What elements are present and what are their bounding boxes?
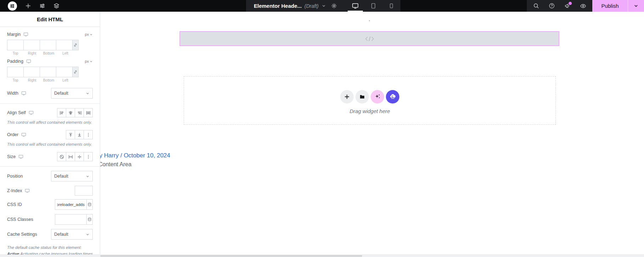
chevron-down-icon	[90, 60, 93, 63]
finder-search-button[interactable]	[530, 0, 542, 12]
padding-label: Padding	[7, 59, 23, 64]
drag-widget-hint: Drag widget here	[349, 108, 390, 114]
ai-builder-button[interactable]	[371, 90, 384, 104]
link-icon	[73, 70, 78, 74]
widget-handle-dot	[369, 20, 370, 21]
document-switcher[interactable]: Elementor Heade... (Draft)	[254, 3, 326, 9]
align-start-button[interactable]	[57, 108, 66, 117]
position-select[interactable]: Default	[51, 171, 93, 181]
padding-link-values-button[interactable]	[72, 67, 79, 77]
widget-dropzone[interactable]: Drag widget here	[184, 76, 556, 125]
unit-label: px	[85, 59, 89, 63]
help-circle-icon	[549, 3, 555, 9]
margin-unit-select[interactable]: px	[85, 32, 93, 37]
align-stretch-button[interactable]	[84, 108, 93, 117]
dots-vertical-icon	[86, 155, 91, 159]
responsive-monitor-icon[interactable]	[23, 32, 28, 37]
mobile-icon	[389, 3, 394, 9]
size-grow-button[interactable]	[66, 152, 75, 161]
size-button-group	[57, 152, 93, 161]
publish-button[interactable]: Publish	[592, 0, 628, 12]
chevron-down-icon	[86, 174, 90, 178]
horizontal-scrollbar[interactable]	[0, 255, 644, 257]
device-tablet-button[interactable]	[364, 0, 382, 12]
margin-top-input[interactable]	[7, 40, 24, 50]
align-center-button[interactable]	[66, 108, 75, 117]
device-mobile-button[interactable]	[382, 0, 400, 12]
topbar-left-group	[0, 0, 62, 12]
add-widget-button[interactable]	[340, 90, 354, 104]
margin-link-values-button[interactable]	[72, 40, 79, 50]
elementor-logo-button[interactable]	[8, 1, 17, 11]
size-none-button[interactable]	[57, 152, 66, 161]
css-id-input[interactable]	[55, 199, 87, 210]
cloud-templates-button[interactable]	[386, 90, 399, 104]
css-classes-label-row: CSS Classes	[7, 217, 33, 222]
padding-direction-labels: Top Right Bottom Left	[7, 78, 93, 82]
dim-label-left: Left	[57, 78, 74, 82]
document-title: Elementor Heade...	[254, 3, 302, 9]
responsive-monitor-icon[interactable]	[18, 154, 23, 159]
margin-bottom-input[interactable]	[40, 40, 56, 50]
order-note: This control will affect contained eleme…	[7, 142, 93, 146]
align-self-button-group	[57, 108, 93, 117]
size-custom-button[interactable]	[84, 152, 93, 161]
sliders-icon	[39, 3, 45, 9]
css-id-dynamic-tags-button[interactable]	[86, 199, 93, 210]
database-icon	[87, 202, 92, 207]
z-index-input[interactable]	[75, 186, 93, 196]
selected-html-widget[interactable]	[179, 31, 559, 46]
css-classes-dynamic-tags-button[interactable]	[86, 214, 93, 225]
responsive-monitor-icon[interactable]	[26, 59, 31, 64]
scrollbar-thumb[interactable]	[100, 255, 362, 257]
topbar-utility-segment	[527, 0, 592, 12]
order-label: Order	[7, 132, 18, 137]
order-last-button[interactable]	[75, 130, 84, 139]
dim-label-left: Left	[57, 51, 74, 55]
align-self-label: Align Self	[7, 110, 26, 115]
responsive-monitor-icon[interactable]	[21, 91, 26, 96]
padding-top-input[interactable]	[7, 67, 24, 77]
margin-right-input[interactable]	[23, 40, 40, 50]
align-end-icon	[77, 111, 82, 115]
post-meta-link[interactable]: by Harry / October 10, 2024	[100, 152, 170, 159]
responsive-monitor-icon[interactable]	[25, 188, 30, 193]
padding-left-input[interactable]	[56, 67, 73, 77]
align-end-button[interactable]	[75, 108, 84, 117]
padding-inputs	[7, 67, 93, 77]
order-first-button[interactable]	[66, 130, 75, 139]
responsive-monitor-icon[interactable]	[21, 132, 26, 137]
document-settings-button[interactable]	[331, 0, 337, 12]
folder-icon	[359, 94, 365, 100]
width-select[interactable]: Default	[51, 88, 93, 99]
dim-label-right: Right	[24, 51, 40, 55]
cache-settings-label: Cache Settings	[7, 232, 37, 237]
margin-left-input[interactable]	[56, 40, 73, 50]
order-custom-button[interactable]	[84, 130, 93, 139]
add-element-button[interactable]	[22, 0, 34, 12]
elementor-editor: Elementor Heade... (Draft)	[0, 0, 644, 257]
site-settings-button[interactable]	[36, 0, 48, 12]
device-desktop-button[interactable]	[346, 0, 364, 12]
tablet-icon	[370, 3, 376, 9]
css-classes-input[interactable]	[55, 214, 87, 225]
padding-right-input[interactable]	[23, 67, 40, 77]
padding-bottom-input[interactable]	[40, 67, 56, 77]
size-shrink-button[interactable]	[75, 152, 84, 161]
responsive-monitor-icon[interactable]	[29, 110, 34, 115]
help-button[interactable]	[546, 0, 558, 12]
topbar-document-segment: Elementor Heade... (Draft)	[246, 0, 400, 12]
add-template-button[interactable]	[355, 90, 369, 104]
section-divider	[0, 166, 100, 167]
preview-button[interactable]	[577, 0, 589, 12]
publish-options-button[interactable]	[628, 0, 644, 12]
align-stretch-icon	[86, 111, 91, 115]
dim-label-top: Top	[7, 78, 24, 82]
chevron-down-icon	[90, 33, 93, 36]
cache-settings-select[interactable]: Default	[51, 229, 93, 240]
position-label-row: Position	[7, 174, 23, 179]
top-bar: Elementor Heade... (Draft)	[0, 0, 644, 12]
padding-unit-select[interactable]: px	[85, 59, 93, 63]
structure-button[interactable]	[50, 0, 62, 12]
whats-new-button[interactable]	[562, 0, 574, 12]
